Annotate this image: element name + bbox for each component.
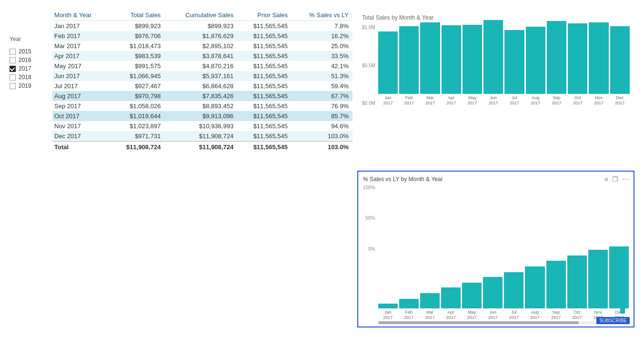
bottom-bar-label-1: Feb2017 xyxy=(404,310,413,320)
checkbox-2016[interactable] xyxy=(10,57,16,63)
top-bar-col-4: May2017 xyxy=(463,25,482,106)
table-cell-3-2: $3,878,641 xyxy=(164,51,237,61)
sidebar-year-2017[interactable]: 2017 xyxy=(10,64,48,73)
table-cell-8-2: $8,893,452 xyxy=(164,101,237,111)
top-bar-label-5: Jun2017 xyxy=(489,95,498,106)
table-cell-6-2: $6,864,628 xyxy=(164,81,237,91)
chart-bottom: % Sales vs LY by Month & Year ≡ ❐ ⋯ 100%… xyxy=(357,171,634,328)
sidebar-year-2015[interactable]: 2015 xyxy=(10,47,48,56)
sidebar-title: Year xyxy=(10,36,48,42)
bottom-y-label-1: 50% xyxy=(366,215,375,221)
checkbox-2017[interactable] xyxy=(10,66,16,72)
top-bar-11 xyxy=(610,26,630,94)
top-bar-8 xyxy=(547,21,566,94)
bottom-bar-2 xyxy=(420,293,440,309)
col-header-4[interactable]: % Sales vs LY xyxy=(292,10,352,21)
top-bar-label-11: Dec2017 xyxy=(615,95,624,106)
top-bar-col-1: Feb2017 xyxy=(399,26,419,106)
table-row: Oct 2017$1,019,644$9,913,096$11,565,5458… xyxy=(52,111,352,121)
sidebar-year-2018[interactable]: 2018 xyxy=(10,73,48,82)
table-cell-4-1: $991,575 xyxy=(111,61,165,71)
table-row: Sep 2017$1,058,026$8,893,452$11,565,5457… xyxy=(52,101,352,111)
bottom-bar-label-0: Jan2017 xyxy=(383,310,392,320)
table-cell-0-1: $899,923 xyxy=(111,21,165,31)
chart-bottom-title: % Sales vs LY by Month & Year xyxy=(363,176,443,183)
year-label-2018: 2018 xyxy=(19,74,31,81)
bottom-bar-label-6: Jul2017 xyxy=(509,310,519,320)
bottom-bar-col-8: Sep2017 xyxy=(546,261,566,320)
chart-icons: ≡ ❐ ⋯ xyxy=(604,175,629,183)
table-cell-7-1: $970,798 xyxy=(111,91,165,101)
top-bar-col-5: Jun2017 xyxy=(483,20,503,106)
table-cell-7-3: $11,565,545 xyxy=(237,91,292,101)
top-y-axis: $1.0M$0.5M$0.0M xyxy=(362,25,378,106)
bottom-bar-label-2: Mar2017 xyxy=(425,310,434,320)
table-cell-10-4: 94.6% xyxy=(292,121,352,131)
table-cell-5-2: $5,937,161 xyxy=(164,71,237,81)
bottom-bar-6 xyxy=(504,272,523,309)
col-header-1[interactable]: Total Sales xyxy=(111,10,165,21)
table-row: Jan 2017$899,923$899,923$11,565,5457.8% xyxy=(52,21,352,31)
table-cell-7-4: 67.7% xyxy=(292,91,352,101)
table-cell-2-1: $1,018,473 xyxy=(111,41,165,51)
bottom-y-label-2: 0% xyxy=(368,246,375,252)
table-cell-1-4: 16.2% xyxy=(292,31,352,41)
bottom-bar-10 xyxy=(588,250,608,309)
bottom-bar-col-9: Oct2017 xyxy=(567,255,587,320)
table-cell-11-2: $11,908,724 xyxy=(164,131,237,142)
table-cell-4-4: 42.1% xyxy=(292,61,352,71)
table-cell-0-0: Jan 2017 xyxy=(52,21,111,31)
subscribe-button[interactable]: SUBSCRIBE xyxy=(596,317,630,324)
sidebar: Year 20152016201720182019 xyxy=(10,10,48,327)
sidebar-year-2016[interactable]: 2016 xyxy=(10,56,48,64)
top-bar-col-3: Apr2017 xyxy=(442,25,461,106)
bottom-bar-label-8: Sep2017 xyxy=(551,310,561,320)
bottom-bar-col-0: Jan2017 xyxy=(378,304,398,320)
bottom-bar-col-6: Jul2017 xyxy=(504,272,523,320)
top-bar-7 xyxy=(526,27,545,94)
col-header-2[interactable]: Cumulative Sales xyxy=(164,10,237,21)
table-cell-1-1: $976,706 xyxy=(111,31,165,41)
checkbox-2019[interactable] xyxy=(10,83,16,89)
sidebar-year-2019[interactable]: 2019 xyxy=(10,82,48,90)
table-cell-6-1: $927,467 xyxy=(111,81,165,91)
top-bar-label-3: Apr2017 xyxy=(446,95,456,106)
sales-table: Month & YearTotal SalesCumulative SalesP… xyxy=(52,10,352,153)
table-section: Month & YearTotal SalesCumulative SalesP… xyxy=(52,10,352,327)
year-label-2015: 2015 xyxy=(19,48,31,55)
table-cell-8-0: Sep 2017 xyxy=(52,101,111,111)
table-cell-5-1: $1,066,945 xyxy=(111,71,165,81)
top-bar-col-11: Dec2017 xyxy=(610,26,630,106)
col-header-3[interactable]: Prior Sales xyxy=(237,10,292,21)
table-cell-11-3: $11,565,545 xyxy=(237,131,292,142)
bottom-bar-col-7: Aug2017 xyxy=(525,266,544,320)
table-row: Dec 2017$971,731$11,908,724$11,565,54510… xyxy=(52,131,352,142)
checkbox-2015[interactable] xyxy=(10,49,16,55)
top-bar-label-7: Aug2017 xyxy=(531,95,540,106)
bottom-y-label-0: 100% xyxy=(363,185,375,190)
table-row: Aug 2017$970,798$7,835,426$11,565,54567.… xyxy=(52,91,352,101)
scrollbar-thumb[interactable] xyxy=(378,321,579,324)
expand-icon[interactable]: ❐ xyxy=(612,175,618,183)
more-icon[interactable]: ⋯ xyxy=(622,175,629,183)
top-bar-label-1: Feb2017 xyxy=(404,95,414,106)
bottom-bar-label-5: Jun2017 xyxy=(488,310,498,320)
bottom-bar-col-10: Nov2017 xyxy=(588,250,608,320)
footer-cell-3: $11,565,545 xyxy=(237,142,292,153)
bottom-bars: Jan2017Feb2017Mar2017Apr2017May2017Jun20… xyxy=(378,185,629,321)
bottom-bar-4 xyxy=(462,283,482,309)
horizontal-scrollbar[interactable] xyxy=(378,321,629,324)
top-bar-9 xyxy=(568,23,587,94)
table-cell-11-4: 103.0% xyxy=(292,131,352,142)
col-header-0[interactable]: Month & Year xyxy=(52,10,111,21)
top-bar-label-10: Nov2017 xyxy=(594,95,604,106)
table-cell-4-0: May 2017 xyxy=(52,61,111,71)
footer-cell-2: $11,908,724 xyxy=(164,142,237,153)
table-cell-1-0: Feb 2017 xyxy=(52,31,111,41)
table-cell-11-0: Dec 2017 xyxy=(52,131,111,142)
table-cell-8-4: 76.9% xyxy=(292,101,352,111)
menu-icon[interactable]: ≡ xyxy=(604,175,608,183)
top-bar-1 xyxy=(399,26,419,94)
checkbox-2018[interactable] xyxy=(10,74,16,81)
scroll-handle[interactable] xyxy=(620,299,625,314)
